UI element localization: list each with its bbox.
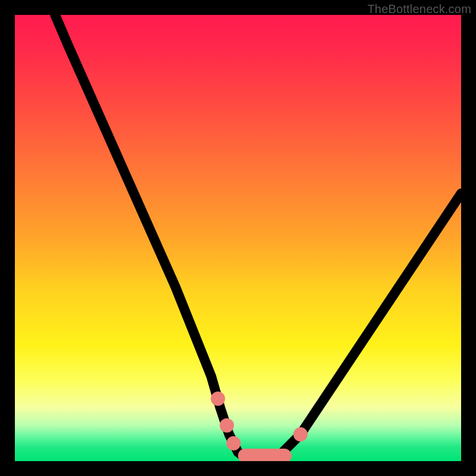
chart-svg	[15, 15, 461, 461]
outer-frame: TheBottleneck.com	[0, 0, 476, 476]
marker-pill	[238, 449, 292, 461]
bottleneck-curve	[55, 15, 462, 461]
marker-dot	[220, 418, 234, 433]
plot-area	[15, 15, 461, 461]
marker-dot	[211, 392, 225, 406]
watermark-text: TheBottleneck.com	[367, 2, 471, 16]
marker-dot	[227, 436, 241, 450]
marker-dot	[293, 427, 308, 441]
marker-group	[211, 392, 308, 461]
